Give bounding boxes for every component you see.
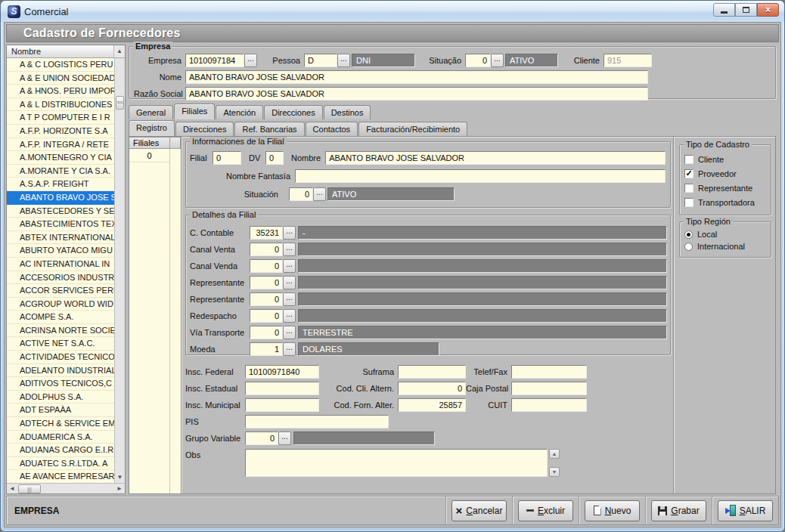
grabar-button[interactable]: Grabar xyxy=(651,500,706,521)
cliente-checkbox[interactable] xyxy=(684,155,693,164)
scrollbar-thumb[interactable]: ≡≡ xyxy=(116,96,124,110)
minimize-button[interactable] xyxy=(713,3,735,17)
cancelar-button[interactable]: × Cancelar xyxy=(451,500,507,521)
empresa-lookup-button[interactable]: ... xyxy=(244,54,257,67)
titlebar[interactable]: S Comercial × xyxy=(1,1,784,22)
tab-direcciones-sub[interactable]: Direcciones xyxy=(175,122,234,136)
cod-cli-field[interactable] xyxy=(398,382,466,395)
nome-field[interactable] xyxy=(185,70,648,84)
list-item[interactable]: A & C LOGISTICS PERU xyxy=(7,58,114,72)
list-item[interactable]: A.MONTENEGRO Y CIA xyxy=(7,151,114,165)
moeda-lookup-button[interactable]: ... xyxy=(283,342,296,356)
c-contable-lookup-button[interactable]: ... xyxy=(283,226,296,240)
proveedor-checkbox[interactable] xyxy=(684,169,693,178)
obs-scroll-up-icon[interactable]: ▲ xyxy=(549,449,560,459)
list-item[interactable]: ADTECH & SERVICE EM xyxy=(7,417,114,431)
nuevo-button[interactable]: Nuevo xyxy=(585,500,640,521)
list-item[interactable]: ADUANAS CARGO E.I.R xyxy=(7,444,114,457)
canal-venta-lookup-button[interactable]: ... xyxy=(283,243,296,256)
list-item[interactable]: A.F.P. INTEGRA / RETE xyxy=(7,138,114,152)
list-item[interactable]: ABASTECIMIENTOS TEX xyxy=(7,218,114,231)
vertical-scrollbar[interactable]: ≡≡ ▼ xyxy=(114,58,125,483)
transportadora-checkbox[interactable] xyxy=(684,198,693,207)
filiales-column-header[interactable]: Filiales xyxy=(129,137,170,149)
list-item[interactable]: AE AVANCE EMPRESAR xyxy=(7,470,114,483)
grupo-variable-field[interactable] xyxy=(245,431,278,445)
tab-registro[interactable]: Registro xyxy=(129,120,175,136)
nombre-filial-field[interactable] xyxy=(325,151,666,165)
list-item[interactable]: A & L DISTRIBUCIONES xyxy=(7,98,114,112)
list-item[interactable]: A & HNOS. PERU IMPOR xyxy=(7,85,114,98)
list-item-selected[interactable]: ABANTO BRAVO JOSE S xyxy=(7,191,114,205)
representante-checkbox[interactable] xyxy=(684,184,693,193)
insc-estadual-field[interactable] xyxy=(245,382,319,395)
pis-field[interactable] xyxy=(245,415,389,428)
list-item[interactable]: A T P COMPUTER E I R xyxy=(7,111,114,125)
checkbox-row-proveedor[interactable]: Proveedor xyxy=(684,167,768,181)
tab-general[interactable]: General xyxy=(129,105,173,119)
list-item[interactable]: ACCOR SERVICES PERU xyxy=(7,284,114,298)
c-contable-field[interactable] xyxy=(250,226,283,240)
filial-row[interactable]: 0 xyxy=(129,149,169,162)
checkbox-row-transportadora[interactable]: Transportadora xyxy=(684,196,768,209)
situacao-lookup-button[interactable]: ... xyxy=(491,54,504,67)
dv-field[interactable] xyxy=(265,151,284,165)
situacao-field[interactable] xyxy=(465,54,491,67)
close-button[interactable]: × xyxy=(757,3,779,17)
list-item[interactable]: ADUATEC S.R.LTDA. A xyxy=(7,457,114,471)
tab-atencion[interactable]: Atención xyxy=(216,105,263,119)
list-item[interactable]: ABTEX INTERNATIONAL xyxy=(7,231,114,245)
canal-venta-field[interactable] xyxy=(250,243,283,256)
list-item[interactable]: ADELANTO INDUSTRIAL xyxy=(7,364,114,378)
list-item[interactable]: ADUAMERICA S.A. xyxy=(7,431,114,444)
list-item[interactable]: ADOLPHUS S.A. xyxy=(7,391,114,404)
list-item[interactable]: AC INTERNATIONAL IN xyxy=(7,258,114,271)
via-transporte-lookup-button[interactable]: ... xyxy=(283,326,296,339)
obs-scroll-down-icon[interactable]: ▼ xyxy=(549,467,560,477)
scroll-right-icon[interactable]: ► xyxy=(114,485,125,492)
moeda-field[interactable] xyxy=(250,342,283,356)
cod-forn-field[interactable] xyxy=(398,398,466,412)
tab-contactos[interactable]: Contactos xyxy=(306,122,358,136)
list-item[interactable]: ACTIVE NET S.A.C. xyxy=(7,337,114,351)
tab-destinos[interactable]: Destinos xyxy=(324,105,371,119)
obs-textarea[interactable] xyxy=(245,449,548,477)
empresa-code-field[interactable] xyxy=(185,54,244,67)
salir-button[interactable]: SALIR xyxy=(718,500,773,521)
insc-federal-field[interactable] xyxy=(245,365,319,379)
tab-facturacion[interactable]: Facturación/Recibimiento xyxy=(358,122,467,136)
representante2-field[interactable] xyxy=(250,292,283,306)
list-item[interactable]: ACGROUP WORLD WID xyxy=(7,298,114,311)
telef-fax-field[interactable] xyxy=(511,365,587,379)
suframa-field[interactable] xyxy=(398,365,466,379)
local-radio[interactable] xyxy=(684,230,693,239)
caja-postal-field[interactable] xyxy=(511,382,587,395)
list-item[interactable]: ADITIVOS TECNICOS,C xyxy=(7,377,114,391)
internacional-radio[interactable] xyxy=(684,243,693,251)
tab-ref-bancarias[interactable]: Ref. Bancarias xyxy=(234,122,304,136)
nombre-fantasia-field[interactable] xyxy=(295,169,666,183)
excluir-button[interactable]: Excluir xyxy=(518,500,573,521)
radio-row-internacional[interactable]: Internacional xyxy=(684,240,768,252)
scroll-left-icon[interactable]: ◄ xyxy=(7,485,17,492)
horizontal-scrollbar[interactable]: ◄ ||| ► xyxy=(7,483,125,493)
redespacho-lookup-button[interactable]: ... xyxy=(283,309,296,323)
redespacho-field[interactable] xyxy=(250,309,283,323)
representante-lookup-button[interactable]: ... xyxy=(283,276,296,289)
list-item[interactable]: ACCESORIOS INDUSTR xyxy=(7,271,114,285)
list-item[interactable]: ACOMPE S.A. xyxy=(7,311,114,324)
situacion-lookup-button[interactable]: ... xyxy=(313,187,326,201)
radio-row-local[interactable]: Local xyxy=(684,228,768,240)
maximize-button[interactable] xyxy=(735,3,757,17)
list-item[interactable]: A.S.A.P. FREIGHT xyxy=(7,178,114,191)
checkbox-row-representante[interactable]: Representante xyxy=(684,181,768,195)
pessoa-field[interactable] xyxy=(304,54,337,67)
list-item[interactable]: ACTIVIDADES TECNICO xyxy=(7,351,114,364)
scrollbar-thumb[interactable]: ||| xyxy=(18,484,41,493)
list-item[interactable]: ABURTO YATACO MIGU xyxy=(7,244,114,258)
insc-municipal-field[interactable] xyxy=(245,398,319,412)
situacion-filial-field[interactable] xyxy=(289,187,313,201)
via-transporte-field[interactable] xyxy=(250,326,283,339)
column-header-nombre[interactable]: Nombre xyxy=(7,45,114,58)
canal-venda-lookup-button[interactable]: ... xyxy=(283,259,296,273)
